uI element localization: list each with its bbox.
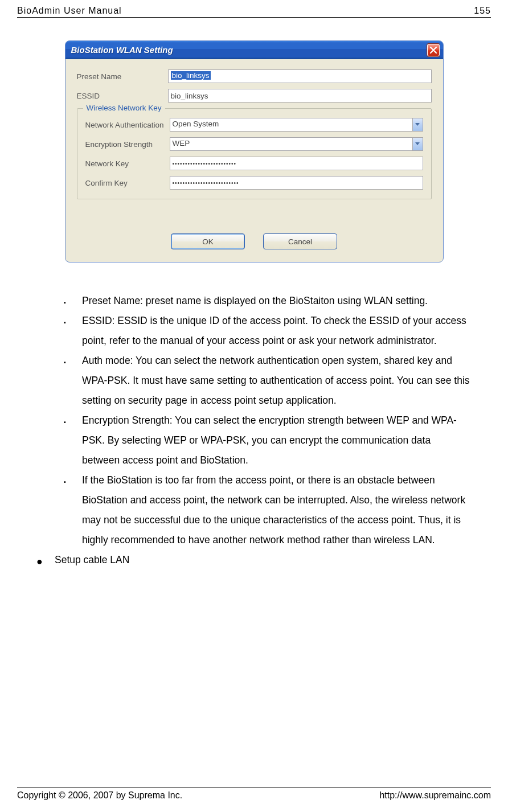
titlebar: BioStation WLAN Setting bbox=[65, 41, 443, 59]
page-number: 155 bbox=[474, 6, 491, 16]
fieldset-legend: Wireless Network Key bbox=[83, 104, 165, 112]
encryption-strength-select[interactable]: WEP bbox=[170, 137, 423, 151]
bullet-essid: ESSID: ESSID is the unique ID of the acc… bbox=[82, 311, 471, 351]
square-bullet-icon: ▪ bbox=[64, 291, 82, 311]
wlan-setting-dialog: BioStation WLAN Setting Preset Name bio_… bbox=[65, 40, 444, 263]
chevron-down-icon[interactable] bbox=[412, 118, 423, 131]
essid-input[interactable] bbox=[168, 89, 432, 102]
bullet-auth-mode: Auth mode: You can select the network au… bbox=[82, 351, 471, 411]
ok-button[interactable]: OK bbox=[171, 233, 245, 249]
close-icon[interactable] bbox=[427, 44, 440, 56]
bullet-encryption: Encryption Strength: You can select the … bbox=[82, 411, 471, 470]
square-bullet-icon: ▪ bbox=[64, 411, 82, 470]
bullet-setup-cable-lan: Setup cable LAN bbox=[55, 550, 471, 572]
body-content: ▪ Preset Name: preset name is displayed … bbox=[17, 291, 491, 770]
copyright: Copyright © 2006, 2007 by Suprema Inc. bbox=[17, 790, 182, 801]
header-rule bbox=[17, 17, 491, 18]
encryption-strength-label: Encryption Strength bbox=[85, 140, 170, 149]
dialog-title: BioStation WLAN Setting bbox=[71, 45, 427, 55]
preset-name-label: Preset Name bbox=[77, 72, 168, 81]
cancel-button[interactable]: Cancel bbox=[263, 233, 337, 249]
encryption-strength-value: WEP bbox=[170, 138, 412, 150]
chevron-down-icon[interactable] bbox=[412, 138, 423, 150]
wireless-network-key-fieldset: Wireless Network Key Network Authenticat… bbox=[77, 108, 432, 199]
network-auth-select[interactable]: Open System bbox=[170, 118, 423, 132]
network-key-label: Network Key bbox=[85, 159, 170, 168]
square-bullet-icon: ▪ bbox=[64, 351, 82, 411]
essid-label: ESSID bbox=[77, 92, 168, 100]
bullet-distance-note: If the BioStation is too far from the ac… bbox=[82, 470, 471, 550]
square-bullet-icon: ▪ bbox=[64, 470, 82, 550]
network-auth-label: Network Authentication bbox=[85, 121, 170, 129]
network-key-input[interactable] bbox=[170, 157, 423, 170]
footer-rule bbox=[17, 788, 491, 788]
network-auth-value: Open System bbox=[170, 118, 412, 131]
footer-url: http://www.supremainc.com bbox=[379, 790, 491, 801]
bullet-preset-name: Preset Name: preset name is displayed on… bbox=[82, 291, 471, 311]
square-bullet-icon: ▪ bbox=[64, 311, 82, 351]
doc-header-left: BioAdmin User Manual bbox=[17, 6, 122, 16]
preset-name-input[interactable]: bio_linksys bbox=[168, 69, 432, 83]
disc-bullet-icon: ● bbox=[36, 550, 55, 572]
confirm-key-input[interactable] bbox=[170, 176, 423, 190]
confirm-key-label: Confirm Key bbox=[85, 179, 170, 187]
